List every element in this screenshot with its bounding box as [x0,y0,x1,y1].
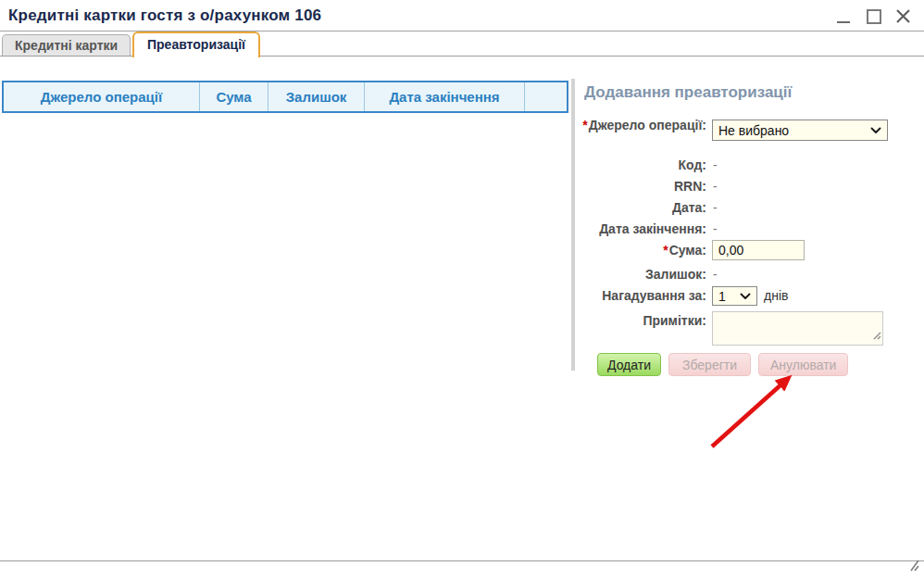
form-row-reminder: Нагадування за: 1 днів [582,286,884,306]
reminder-days-value: 1 [718,289,726,304]
bottom-divider [0,560,924,561]
window-title: Кредитні картки гостя з о/рахунком 106 [8,6,321,25]
close-icon[interactable] [895,6,911,25]
expiry-value: - [713,222,718,236]
form-title: Додавання преавторизації [584,83,884,102]
minimize-icon[interactable] [836,6,852,25]
required-marker: * [663,243,668,258]
form-row-balance: Залишок: - [582,268,884,282]
rrn-label: RRN: [582,180,706,194]
chevron-down-icon [870,127,881,134]
column-header-balance: Залишок [268,82,365,111]
form-row-code: Код: - [582,158,884,172]
code-label: Код: [582,158,706,172]
date-value: - [713,201,718,215]
maximize-icon[interactable] [866,6,881,25]
date-label: Дата: [582,201,706,215]
required-marker: * [582,118,587,132]
notes-label: Примітки: [582,311,706,330]
code-value: - [713,158,718,172]
form-row-date: Дата: - [582,201,884,215]
form-row-expiry: Дата закінчення: - [582,222,884,236]
form-row-amount: *Сума: [582,240,884,262]
add-button[interactable]: Додати [597,353,661,376]
reminder-days-suffix: днів [764,286,788,306]
panel-divider [571,79,575,371]
reminder-days-select[interactable]: 1 [712,286,757,306]
chevron-down-icon [740,293,751,300]
cancel-button[interactable]: Анулювати [758,353,848,376]
balance-label: Залишок: [582,268,706,282]
balance-value: - [713,268,718,282]
reminder-label: Нагадування за: [582,286,706,306]
tab-credit-cards[interactable]: Кредитні картки [2,34,131,57]
source-select[interactable]: Не вибрано [712,120,888,141]
form-buttons: Додати Зберегти Анулювати [597,353,884,376]
window-resize-grip-icon[interactable] [908,559,919,575]
title-bar: Кредитні картки гостя з о/рахунком 106 [0,0,924,31]
tab-preauthorizations[interactable]: Преавторизації [132,31,260,57]
source-label: *Джерело операції: [582,118,706,132]
column-header-spacer [525,82,567,111]
expiry-label: Дата закінчення: [582,222,706,236]
form-row-source: *Джерело операції: Не вибрано [582,118,884,151]
source-select-value: Не вибрано [718,123,789,138]
form-row-rrn: RRN: - [582,180,884,194]
amount-input[interactable] [712,240,805,260]
notes-textarea[interactable] [712,311,883,346]
column-header-amount: Сума [200,82,268,111]
column-header-expiry: Дата закінчення [365,82,525,111]
preauth-table-header: Джерело операції Сума Залишок Дата закін… [2,81,568,113]
amount-label: *Сума: [582,240,706,260]
rrn-value: - [713,180,718,194]
save-button[interactable]: Зберегти [668,353,751,376]
form-row-notes: Примітки: [582,311,884,346]
resize-grip-icon[interactable] [872,327,881,344]
add-preauth-panel: Додавання преавторизації *Джерело операц… [582,79,884,376]
column-header-source: Джерело операції [4,82,200,111]
window-controls [836,6,911,26]
red-arrow-annotation [699,369,805,454]
